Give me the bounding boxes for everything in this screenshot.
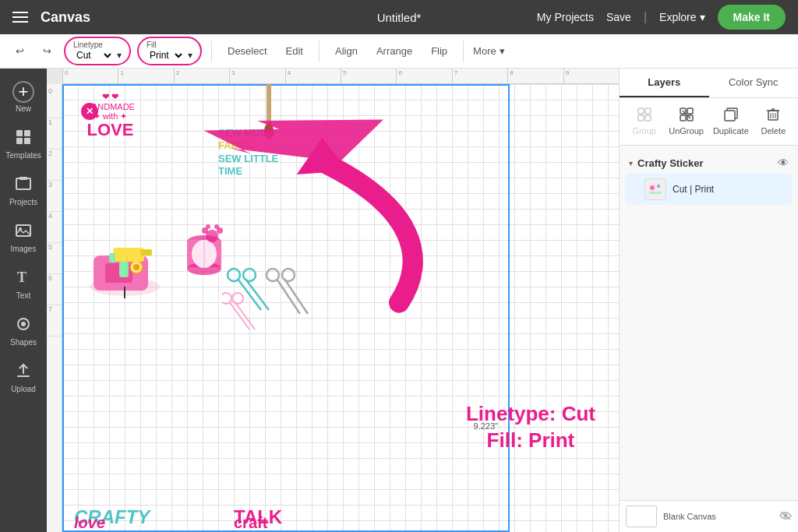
group-icon [637, 107, 651, 125]
sidebar-item-new-label: New [16, 104, 31, 113]
ungroup-button[interactable]: UnGroup [666, 104, 707, 139]
projects-icon [15, 175, 32, 196]
blank-canvas-eye-icon[interactable] [779, 510, 792, 523]
svg-rect-69 [649, 192, 662, 194]
edit-button[interactable]: Edit [280, 42, 309, 60]
more-chevron-icon: ▾ [500, 45, 505, 57]
upload-icon [15, 362, 32, 383]
ungroup-icon [680, 107, 694, 125]
sidebar-item-images-label: Images [11, 245, 37, 253]
svg-rect-36 [140, 249, 152, 255]
flip-button[interactable]: Flip [425, 42, 454, 60]
text-icon: T [15, 269, 32, 290]
sidebar-item-new[interactable]: + New [0, 75, 47, 119]
sidebar-item-upload[interactable]: Upload [0, 356, 47, 400]
doc-title: Untitled* [377, 11, 422, 24]
grid-canvas: ✕ ❤ ❤ HANDMADE ✦ with ✦ LOVE SEW MUCH FA… [62, 84, 619, 532]
paw-print [199, 220, 226, 251]
sidebar-item-shapes-label: Shapes [10, 338, 37, 347]
sidebar-item-projects[interactable]: Projects [0, 169, 47, 213]
arrange-button[interactable]: Arrange [370, 42, 418, 60]
explore-btn[interactable]: Explore ▾ [659, 11, 704, 23]
more-button[interactable]: More ▾ [473, 45, 505, 57]
duplicate-icon [724, 107, 738, 125]
svg-line-34 [235, 301, 255, 329]
svg-point-46 [206, 224, 210, 229]
svg-point-32 [232, 293, 243, 304]
tab-layers[interactable]: Layers [620, 69, 709, 97]
deselect-button[interactable]: Deselect [221, 42, 274, 60]
svg-rect-0 [16, 130, 23, 136]
group-button[interactable]: Group [626, 104, 662, 139]
svg-rect-66 [648, 182, 662, 196]
canvas-area[interactable]: 0 1 2 3 4 5 6 7 8 9 0 1 2 3 4 5 6 7 [47, 69, 619, 532]
svg-rect-1 [24, 130, 30, 136]
svg-point-68 [657, 185, 660, 188]
delete-icon [766, 107, 780, 125]
tab-color-sync[interactable]: Color Sync [709, 69, 799, 97]
sidebar-item-templates-label: Templates [5, 151, 41, 160]
templates-icon [15, 129, 32, 150]
delete-button[interactable]: Delete [755, 104, 792, 139]
layer-group-eye-icon[interactable]: 👁 [778, 157, 789, 169]
svg-rect-11 [17, 375, 30, 377]
fill-selector[interactable]: Fill Print None Color ▾ [137, 37, 202, 65]
shapes-icon [15, 315, 32, 336]
fill-label: Fill [147, 41, 192, 49]
linetype-label: Linetype [73, 41, 122, 49]
svg-point-10 [21, 322, 26, 326]
svg-rect-40 [267, 84, 271, 127]
panel-actions: Group UnGroup [620, 98, 798, 146]
linetype-select[interactable]: Cut Draw Score Foil [73, 49, 114, 62]
canvas-content[interactable]: ✕ ❤ ❤ HANDMADE ✦ with ✦ LOVE SEW MUCH FA… [62, 84, 619, 532]
svg-rect-38 [109, 253, 115, 262]
toolbar-sep-1 [211, 41, 212, 62]
undo-button[interactable]: ↩ [9, 42, 30, 60]
layer-group-chevron-icon: ▾ [629, 159, 633, 167]
hamburger-menu[interactable] [12, 12, 28, 23]
layer-item[interactable]: Cut | Print [626, 174, 792, 205]
make-it-button[interactable]: Make It [718, 5, 786, 30]
app-title: Canvas [41, 9, 90, 26]
main-layout: + New Templates Projects [0, 69, 798, 532]
layer-item-name: Cut | Print [673, 184, 786, 195]
sidebar-item-projects-label: Projects [9, 198, 37, 206]
svg-rect-54 [687, 108, 693, 114]
canvas-close-button[interactable]: ✕ [81, 103, 98, 120]
sidebar-item-upload-label: Upload [11, 385, 36, 393]
toolbar-sep-3 [463, 41, 464, 62]
redo-button[interactable]: ↪ [37, 42, 58, 60]
panel-bottom-bar: Blank Canvas [620, 500, 798, 532]
top-nav: Canvas Untitled* My Projects Save | Expl… [0, 0, 798, 34]
svg-rect-50 [645, 108, 651, 114]
linetype-selector[interactable]: Linetype Cut Draw Score Foil ▾ [64, 37, 131, 65]
sidebar-item-images[interactable]: Images [0, 216, 47, 259]
duplicate-button[interactable]: Duplicate [710, 104, 752, 139]
paintbrush [249, 84, 288, 161]
ruler-left: 0 1 2 3 4 5 6 7 [47, 84, 62, 532]
svg-line-57 [683, 111, 690, 118]
ruler-top: 0 1 2 3 4 5 6 7 8 9 [62, 69, 619, 84]
svg-point-67 [650, 185, 655, 190]
svg-rect-49 [638, 108, 644, 114]
my-projects-link[interactable]: My Projects [537, 11, 594, 23]
svg-rect-35 [113, 248, 144, 262]
sidebar-item-text-label: Text [16, 291, 30, 300]
sidebar-item-shapes[interactable]: Shapes [0, 309, 47, 353]
fill-value: Print None Color ▾ [147, 49, 192, 62]
linetype-value: Cut Draw Score Foil ▾ [73, 49, 122, 62]
new-icon: + [12, 81, 34, 103]
layer-group-header[interactable]: ▾ Crafty Sticker 👁 [626, 152, 792, 174]
sidebar-item-templates[interactable]: Templates [0, 122, 47, 166]
annotation-text: Linetype: Cut Fill: Print [466, 401, 595, 454]
glue-gun [105, 232, 160, 290]
love-script: love [74, 514, 105, 532]
fill-select[interactable]: Print None Color [147, 49, 185, 62]
save-link[interactable]: Save [606, 11, 631, 23]
right-panel: Layers Color Sync Group [619, 69, 798, 532]
align-button[interactable]: Align [329, 42, 364, 60]
sidebar-item-text[interactable]: T Text [0, 262, 47, 306]
svg-rect-51 [638, 115, 644, 121]
layer-group-name: Crafty Sticker [637, 157, 773, 169]
svg-rect-2 [16, 138, 23, 144]
